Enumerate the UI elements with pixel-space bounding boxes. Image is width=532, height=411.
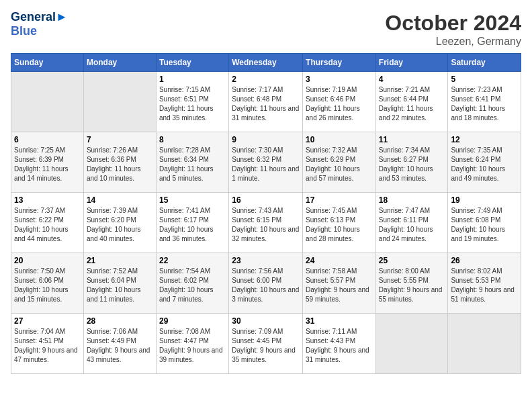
day-number: 22 (159, 256, 226, 265)
calendar-cell: 3Sunrise: 7:19 AM Sunset: 6:46 PM Daylig… (303, 72, 376, 132)
calendar-cell: 20Sunrise: 7:50 AM Sunset: 6:06 PM Dayli… (11, 253, 84, 314)
day-number: 18 (379, 195, 445, 205)
calendar-cell: 22Sunrise: 7:54 AM Sunset: 6:02 PM Dayli… (156, 253, 228, 314)
day-info: Sunrise: 7:49 AM Sunset: 6:08 PM Dayligh… (451, 206, 518, 244)
weekday-header-row: SundayMondayTuesdayWednesdayThursdayFrid… (11, 54, 521, 72)
day-number: 25 (379, 256, 445, 265)
calendar-week-row: 1Sunrise: 7:15 AM Sunset: 6:51 PM Daylig… (11, 72, 521, 132)
day-number: 26 (451, 256, 518, 265)
day-info: Sunrise: 7:25 AM Sunset: 6:39 PM Dayligh… (14, 146, 81, 183)
calendar-cell: 24Sunrise: 7:58 AM Sunset: 5:57 PM Dayli… (303, 253, 376, 314)
calendar-cell: 21Sunrise: 7:52 AM Sunset: 6:04 PM Dayli… (83, 253, 156, 314)
calendar-cell: 26Sunrise: 8:02 AM Sunset: 5:53 PM Dayli… (448, 253, 521, 314)
calendar-table: SundayMondayTuesdayWednesdayThursdayFrid… (11, 53, 521, 374)
logo-blue: Blue (11, 24, 68, 38)
day-number: 6 (14, 135, 81, 144)
day-number: 21 (87, 256, 153, 265)
day-info: Sunrise: 7:52 AM Sunset: 6:04 PM Dayligh… (87, 267, 153, 304)
day-number: 29 (159, 316, 226, 326)
weekday-header-cell: Monday (83, 54, 156, 72)
day-number: 8 (159, 135, 226, 144)
day-info: Sunrise: 8:00 AM Sunset: 5:55 PM Dayligh… (379, 267, 445, 304)
weekday-header-cell: Tuesday (156, 54, 228, 72)
day-number: 27 (14, 316, 81, 326)
weekday-header-cell: Friday (375, 54, 448, 72)
day-info: Sunrise: 7:04 AM Sunset: 4:51 PM Dayligh… (14, 327, 81, 365)
calendar-cell: 17Sunrise: 7:45 AM Sunset: 6:13 PM Dayli… (303, 193, 376, 253)
day-number: 9 (232, 135, 300, 144)
day-number: 3 (306, 75, 373, 84)
calendar-week-row: 13Sunrise: 7:37 AM Sunset: 6:22 PM Dayli… (11, 193, 521, 253)
calendar-week-row: 20Sunrise: 7:50 AM Sunset: 6:06 PM Dayli… (11, 253, 521, 314)
day-info: Sunrise: 7:50 AM Sunset: 6:06 PM Dayligh… (14, 267, 81, 304)
day-info: Sunrise: 7:58 AM Sunset: 5:57 PM Dayligh… (306, 267, 373, 304)
day-info: Sunrise: 8:02 AM Sunset: 5:53 PM Dayligh… (451, 267, 518, 304)
day-info: Sunrise: 7:26 AM Sunset: 6:36 PM Dayligh… (87, 146, 153, 183)
weekday-header-cell: Saturday (448, 54, 521, 72)
day-info: Sunrise: 7:06 AM Sunset: 4:49 PM Dayligh… (87, 327, 153, 365)
logo: General► Blue (11, 11, 68, 38)
calendar-cell: 10Sunrise: 7:32 AM Sunset: 6:29 PM Dayli… (303, 132, 376, 193)
calendar-cell: 29Sunrise: 7:08 AM Sunset: 4:47 PM Dayli… (156, 314, 228, 374)
day-info: Sunrise: 7:45 AM Sunset: 6:13 PM Dayligh… (306, 206, 373, 244)
day-info: Sunrise: 7:41 AM Sunset: 6:17 PM Dayligh… (159, 206, 226, 244)
day-info: Sunrise: 7:43 AM Sunset: 6:15 PM Dayligh… (232, 206, 300, 244)
calendar-cell: 23Sunrise: 7:56 AM Sunset: 6:00 PM Dayli… (229, 253, 303, 314)
calendar-cell: 4Sunrise: 7:21 AM Sunset: 6:44 PM Daylig… (375, 72, 448, 132)
weekday-header-cell: Sunday (11, 54, 84, 72)
day-info: Sunrise: 7:34 AM Sunset: 6:27 PM Dayligh… (379, 146, 445, 183)
day-number: 14 (87, 195, 153, 205)
calendar-cell: 1Sunrise: 7:15 AM Sunset: 6:51 PM Daylig… (156, 72, 228, 132)
day-number: 13 (14, 195, 81, 205)
calendar-cell: 11Sunrise: 7:34 AM Sunset: 6:27 PM Dayli… (375, 132, 448, 193)
calendar-cell: 6Sunrise: 7:25 AM Sunset: 6:39 PM Daylig… (11, 132, 84, 193)
day-info: Sunrise: 7:30 AM Sunset: 6:32 PM Dayligh… (232, 146, 300, 183)
weekday-header-cell: Thursday (303, 54, 376, 72)
day-number: 5 (451, 75, 518, 84)
day-info: Sunrise: 7:56 AM Sunset: 6:00 PM Dayligh… (232, 267, 300, 304)
page-header: General► Blue October 2024 Leezen, Germa… (11, 11, 521, 48)
logo-text: General► (11, 11, 68, 24)
title-area: October 2024 Leezen, Germany (385, 11, 521, 48)
day-info: Sunrise: 7:35 AM Sunset: 6:24 PM Dayligh… (451, 146, 518, 183)
calendar-cell (83, 72, 156, 132)
calendar-cell: 8Sunrise: 7:28 AM Sunset: 6:34 PM Daylig… (156, 132, 228, 193)
calendar-cell: 13Sunrise: 7:37 AM Sunset: 6:22 PM Dayli… (11, 193, 84, 253)
day-info: Sunrise: 7:28 AM Sunset: 6:34 PM Dayligh… (159, 146, 226, 183)
day-number: 30 (232, 316, 300, 326)
calendar-cell (375, 314, 448, 374)
day-info: Sunrise: 7:19 AM Sunset: 6:46 PM Dayligh… (306, 85, 373, 123)
calendar-cell: 30Sunrise: 7:09 AM Sunset: 4:45 PM Dayli… (229, 314, 303, 374)
calendar-cell: 12Sunrise: 7:35 AM Sunset: 6:24 PM Dayli… (448, 132, 521, 193)
calendar-cell: 28Sunrise: 7:06 AM Sunset: 4:49 PM Dayli… (83, 314, 156, 374)
calendar-cell: 5Sunrise: 7:23 AM Sunset: 6:41 PM Daylig… (448, 72, 521, 132)
day-number: 28 (87, 316, 153, 326)
day-info: Sunrise: 7:17 AM Sunset: 6:48 PM Dayligh… (232, 85, 300, 123)
day-number: 15 (159, 195, 226, 205)
day-info: Sunrise: 7:39 AM Sunset: 6:20 PM Dayligh… (87, 206, 153, 244)
day-info: Sunrise: 7:32 AM Sunset: 6:29 PM Dayligh… (306, 146, 373, 183)
calendar-body: 1Sunrise: 7:15 AM Sunset: 6:51 PM Daylig… (11, 72, 521, 374)
calendar-cell: 31Sunrise: 7:11 AM Sunset: 4:43 PM Dayli… (303, 314, 376, 374)
day-number: 31 (306, 316, 373, 326)
calendar-cell: 7Sunrise: 7:26 AM Sunset: 6:36 PM Daylig… (83, 132, 156, 193)
day-info: Sunrise: 7:09 AM Sunset: 4:45 PM Dayligh… (232, 327, 300, 365)
day-number: 2 (232, 75, 300, 84)
day-number: 20 (14, 256, 81, 265)
day-number: 4 (379, 75, 445, 84)
calendar-cell: 14Sunrise: 7:39 AM Sunset: 6:20 PM Dayli… (83, 193, 156, 253)
day-number: 24 (306, 256, 373, 265)
calendar-cell (11, 72, 84, 132)
day-info: Sunrise: 7:23 AM Sunset: 6:41 PM Dayligh… (451, 85, 518, 123)
weekday-header-cell: Wednesday (229, 54, 303, 72)
calendar-cell: 27Sunrise: 7:04 AM Sunset: 4:51 PM Dayli… (11, 314, 84, 374)
day-number: 11 (379, 135, 445, 144)
calendar-week-row: 27Sunrise: 7:04 AM Sunset: 4:51 PM Dayli… (11, 314, 521, 374)
calendar-cell: 25Sunrise: 8:00 AM Sunset: 5:55 PM Dayli… (375, 253, 448, 314)
calendar-cell (448, 314, 521, 374)
day-number: 7 (87, 135, 153, 144)
day-info: Sunrise: 7:08 AM Sunset: 4:47 PM Dayligh… (159, 327, 226, 365)
month-title: October 2024 (385, 11, 521, 36)
calendar-cell: 2Sunrise: 7:17 AM Sunset: 6:48 PM Daylig… (229, 72, 303, 132)
calendar-cell: 19Sunrise: 7:49 AM Sunset: 6:08 PM Dayli… (448, 193, 521, 253)
